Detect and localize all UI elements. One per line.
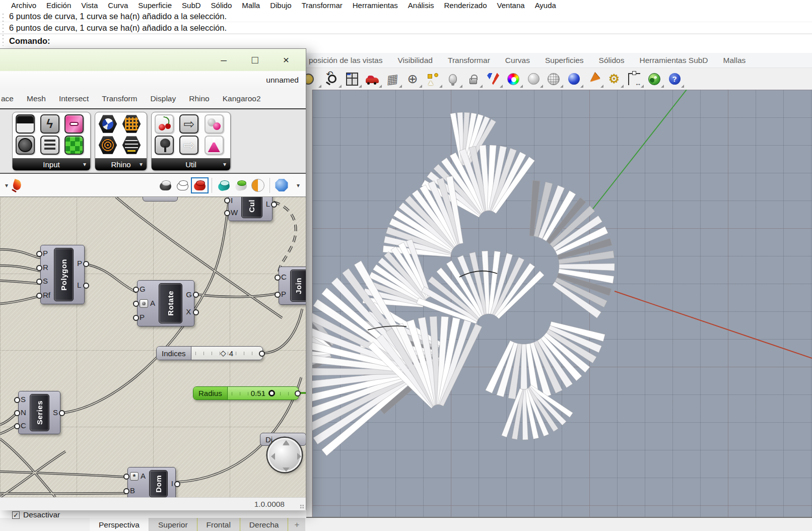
menu-renderizado[interactable]: Renderizado	[439, 1, 492, 10]
tab-perspectiva[interactable]: Perspectiva	[90, 518, 149, 531]
dimension-icon[interactable]	[627, 72, 642, 87]
preview-selected-icon[interactable]	[217, 179, 231, 191]
menu-vista[interactable]: Vista	[76, 1, 103, 10]
cone-icon[interactable]	[586, 72, 601, 87]
slider-handle[interactable]	[268, 390, 275, 396]
deactivate-checkbox-row[interactable]: ✓ Desactivar	[12, 510, 60, 519]
toolbar-tab-solidos[interactable]: Sólidos	[591, 56, 632, 65]
resize-grip[interactable]	[300, 504, 304, 509]
toolbar-tab-disposicion[interactable]: posición de las vistas	[301, 56, 390, 65]
component-rotate[interactable]: G A P Rotate G X	[137, 280, 194, 326]
light-arrow-icon[interactable]: ⇨	[179, 136, 198, 155]
menu-ayuda[interactable]: Ayuda	[530, 1, 561, 10]
perspective-viewport[interactable]	[306, 90, 812, 518]
waffle-hexagon-icon[interactable]	[122, 114, 141, 134]
grasshopper-titlebar[interactable]: – □ ×	[0, 49, 306, 71]
menu-curva[interactable]: Curva	[103, 1, 133, 10]
group-label-util[interactable]: Util ▾	[152, 158, 230, 170]
tab-derecha[interactable]: Derecha	[240, 518, 289, 531]
earth-icon[interactable]	[647, 72, 662, 87]
graft-button[interactable]	[140, 299, 148, 308]
toolbar-tab-visibilidad[interactable]: Visibilidad	[390, 56, 440, 65]
menu-analisis[interactable]: Análisis	[403, 1, 439, 10]
slider-handle[interactable]: ◇	[220, 349, 226, 358]
spheres-icon[interactable]	[205, 114, 224, 134]
value-list-icon[interactable]	[40, 136, 59, 155]
menu-malla[interactable]: Malla	[237, 1, 265, 10]
expression-button[interactable]: *	[130, 472, 139, 481]
cherries-icon[interactable]	[155, 114, 174, 134]
menu-dibujo[interactable]: Dibujo	[265, 1, 297, 10]
color-wheel-icon[interactable]	[506, 72, 521, 87]
flask-icon[interactable]	[205, 136, 224, 155]
render-shield-icon[interactable]	[486, 72, 501, 87]
gears-icon[interactable]: ⚙	[606, 72, 622, 87]
lamp-icon[interactable]	[445, 72, 460, 87]
menu-archivo[interactable]: Archivo	[6, 1, 41, 10]
command-grip[interactable]	[2, 14, 5, 46]
clipped-component[interactable]	[143, 197, 178, 202]
circle-center-icon[interactable]: ⊕	[405, 72, 420, 87]
striped-hexagon-icon[interactable]	[122, 136, 141, 155]
partial-icon[interactable]	[304, 72, 319, 87]
sphere-icon[interactable]	[526, 72, 541, 87]
dropdown-icon[interactable]: ▾	[297, 182, 300, 189]
tab-surface-partial[interactable]: ace	[0, 94, 20, 103]
close-button[interactable]: ×	[270, 51, 302, 69]
tab-rhino[interactable]: Rhino	[182, 94, 216, 103]
component-series[interactable]: S N C Series S	[18, 391, 60, 434]
cplane-grid-icon[interactable]: ▦	[385, 72, 400, 87]
component-domain[interactable]: *A B Dom I	[127, 467, 176, 497]
slider-radius[interactable]: Radius 0.51	[193, 386, 299, 400]
group-dropdown-icon[interactable]: ▾	[223, 161, 226, 168]
rhino-hexagon-icon[interactable]	[98, 114, 117, 134]
maximize-button[interactable]: □	[239, 51, 270, 69]
group-dropdown-icon[interactable]: ▾	[83, 161, 86, 168]
menu-superficie[interactable]: Superficie	[133, 1, 177, 10]
button-trigger-icon[interactable]: ϟ	[40, 114, 59, 134]
toolbar-tab-superficies[interactable]: Superficies	[537, 56, 591, 65]
menu-solido[interactable]: Sólido	[206, 1, 237, 10]
lock-icon[interactable]	[465, 72, 481, 87]
boolean-toggle-icon[interactable]	[16, 114, 35, 134]
wireframe-preview-icon[interactable]	[176, 179, 189, 191]
toolbar-tab-mallas[interactable]: Mallas	[716, 56, 754, 65]
gradient-checker-icon[interactable]	[64, 136, 84, 155]
minimize-button[interactable]: –	[208, 51, 239, 69]
component-cull[interactable]: I W Cul L	[228, 197, 273, 221]
two-tone-sphere-icon[interactable]	[251, 179, 264, 192]
slider-indices[interactable]: Indices ◇ 4	[156, 346, 263, 360]
component-polygon[interactable]: P R S Rf Polygon P L	[40, 245, 85, 304]
tab-frontal[interactable]: Frontal	[197, 518, 240, 531]
car-icon[interactable]	[365, 72, 380, 87]
menu-ventana[interactable]: Ventana	[492, 1, 530, 10]
tab-kangaroo2[interactable]: Kangaroo2	[216, 94, 267, 103]
preview-off-icon[interactable]	[234, 179, 248, 191]
sphere-grid-icon[interactable]	[546, 72, 561, 87]
layout-shapes-icon[interactable]	[425, 72, 440, 87]
trackball-widget[interactable]	[267, 438, 302, 472]
add-viewport-tab-icon[interactable]: +	[288, 518, 305, 531]
command-prompt[interactable]: Comando:	[0, 34, 812, 47]
dropdown-icon[interactable]: ▾	[5, 182, 8, 189]
sketch-pen-icon[interactable]	[11, 179, 24, 192]
menu-edicion[interactable]: Edición	[41, 1, 76, 10]
group-label-rhino[interactable]: Rhino ▾	[95, 158, 147, 170]
menu-herramientas[interactable]: Herramientas	[348, 1, 403, 10]
slider-track[interactable]: 0.51	[228, 387, 298, 400]
slider-track[interactable]: ◇ 4	[191, 347, 262, 360]
tab-superior[interactable]: Superior	[149, 518, 197, 531]
grasshopper-canvas[interactable]: I W Cul L P R S Rf Polygon	[0, 197, 306, 497]
toolbar-tab-herramientas-subd[interactable]: Herramientas SubD	[632, 56, 715, 65]
component-join[interactable]: C P Join	[279, 267, 306, 305]
wireframe-off-icon[interactable]	[159, 179, 172, 191]
tab-display[interactable]: Display	[144, 94, 182, 103]
tab-transform[interactable]: Transform	[95, 94, 144, 103]
twisted-fin-model[interactable]	[312, 112, 615, 456]
tab-intersect[interactable]: Intersect	[52, 94, 95, 103]
toolbar-tab-transformar[interactable]: Transformar	[440, 56, 498, 65]
dark-arrow-icon[interactable]: ⇨	[179, 114, 198, 134]
blue-sphere-icon[interactable]	[566, 72, 581, 87]
panel-icon[interactable]	[64, 114, 84, 134]
toolbar-tab-curvas[interactable]: Curvas	[498, 56, 537, 65]
